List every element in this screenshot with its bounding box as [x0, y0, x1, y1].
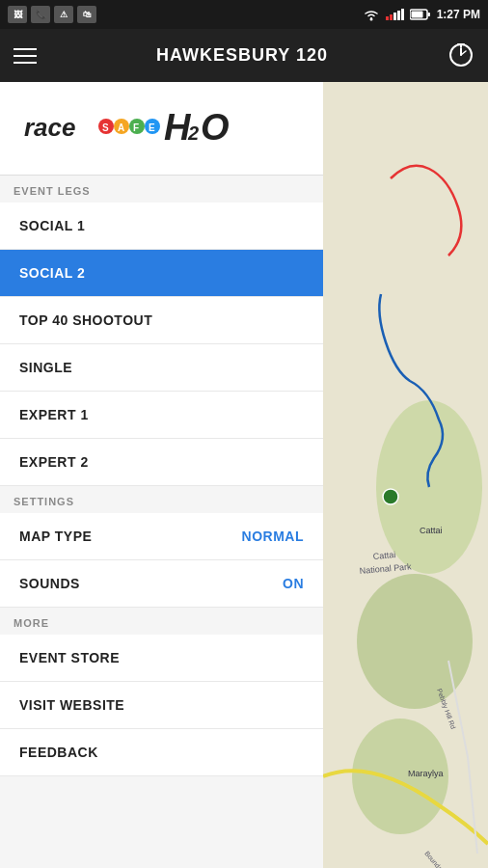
svg-text:2: 2 [187, 122, 199, 144]
svg-rect-3 [427, 13, 430, 16]
menu-item-single[interactable]: SINGLE [0, 344, 323, 392]
event-legs-header: EVENT LEGS [0, 176, 323, 203]
maptype-label: MAP TYPE [19, 529, 92, 544]
menu-item-top40[interactable]: TOP 40 SHOOTOUT [0, 297, 323, 344]
image-icon: 🖼 [8, 6, 27, 23]
svg-text:S: S [102, 122, 109, 133]
logo-svg: race S A F E H 2 O [19, 99, 231, 157]
status-bar: 🖼 📞 ⚠ 🛍 1:27 PM [0, 0, 488, 29]
svg-text:race: race [24, 113, 76, 142]
svg-point-0 [369, 18, 372, 21]
svg-text:O: O [201, 107, 230, 148]
svg-text:E: E [149, 122, 155, 133]
left-panel: race S A F E H 2 O EVENT LEGS [0, 82, 323, 868]
status-icons-left: 🖼 📞 ⚠ 🛍 [8, 6, 96, 23]
sounds-label: SOUNDS [19, 576, 80, 591]
svg-text:Maraylya: Maraylya [408, 769, 444, 778]
wifi-icon [363, 8, 380, 21]
svg-point-23 [357, 574, 473, 709]
menu-button[interactable] [14, 48, 37, 64]
hamburger-line-1 [14, 48, 37, 50]
menu-item-expert1[interactable]: EXPERT 1 [0, 392, 323, 439]
app-header: HAWKESBURY 120 [0, 29, 488, 82]
map-area[interactable]: Cattai National Park Cattai Pebbly Hill … [323, 82, 488, 868]
map-svg: Cattai National Park Cattai Pebbly Hill … [323, 82, 488, 868]
settings-header: SETTINGS [0, 486, 323, 513]
bag-icon: 🛍 [77, 6, 96, 23]
main-content: race S A F E H 2 O EVENT LEGS [0, 82, 488, 868]
timer-icon [447, 41, 474, 68]
menu-item-social1[interactable]: SOCIAL 1 [0, 203, 323, 250]
signal-icon [386, 9, 404, 20]
settings-sounds[interactable]: SOUNDS ON [0, 560, 323, 608]
menu-item-eventstore[interactable]: EVENT STORE [0, 635, 323, 682]
menu-item-feedback[interactable]: FEEDBACK [0, 729, 323, 776]
menu-item-expert2[interactable]: EXPERT 2 [0, 439, 323, 486]
maptype-value: NORMAL [242, 529, 304, 544]
timer-button[interactable] [447, 41, 474, 71]
logo-area: race S A F E H 2 O [0, 82, 323, 176]
svg-text:A: A [118, 122, 124, 133]
hamburger-line-2 [14, 55, 37, 57]
page-title: HAWKESBURY 120 [156, 45, 328, 66]
status-icons-right: 1:27 PM [363, 8, 480, 21]
phone-icon: 📞 [31, 6, 50, 23]
time-display: 1:27 PM [437, 8, 480, 21]
svg-text:Cattai: Cattai [420, 526, 443, 535]
hamburger-line-3 [14, 62, 37, 64]
battery-icon [410, 9, 431, 20]
settings-maptype[interactable]: MAP TYPE NORMAL [0, 513, 323, 560]
svg-rect-2 [411, 12, 422, 18]
svg-text:Cattai: Cattai [372, 550, 395, 561]
sounds-value: ON [283, 576, 304, 591]
more-header: MORE [0, 608, 323, 635]
menu-item-social2[interactable]: SOCIAL 2 [0, 250, 323, 297]
svg-text:F: F [133, 122, 139, 133]
alert-icon: ⚠ [54, 6, 73, 23]
svg-point-31 [383, 489, 398, 504]
app-logo: race S A F E H 2 O [19, 99, 231, 157]
menu-item-visitwebsite[interactable]: VISIT WEBSITE [0, 682, 323, 729]
